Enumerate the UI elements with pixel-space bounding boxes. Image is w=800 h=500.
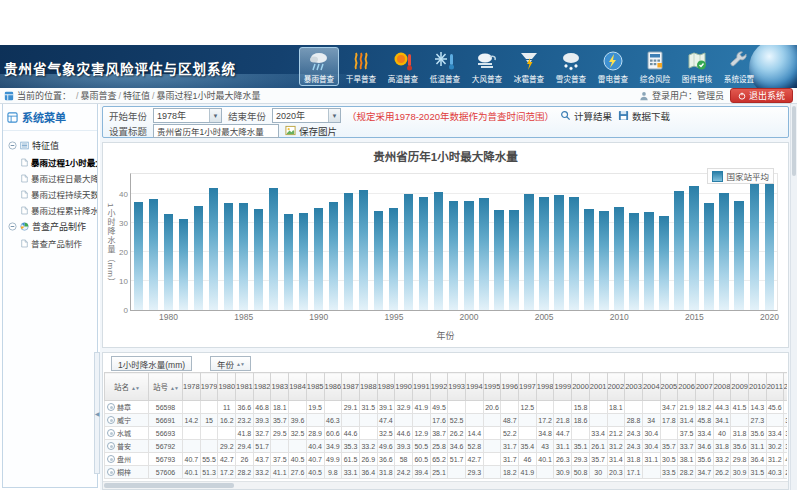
bar-2008[interactable] — [584, 209, 593, 310]
toolbar-item-大风普查[interactable]: 大风普查 — [467, 47, 507, 86]
bar-1990[interactable] — [314, 208, 323, 310]
col-header-year-2009[interactable]: 2009 — [731, 373, 749, 401]
col-header-year-1989[interactable]: 1989 — [377, 373, 395, 401]
row-radio[interactable] — [107, 403, 115, 411]
col-header-year-2002[interactable]: 2002 — [607, 373, 625, 401]
bar-2017[interactable] — [719, 193, 728, 310]
bar-2010[interactable] — [614, 207, 623, 310]
bar-2000[interactable] — [464, 201, 473, 310]
bar-1981[interactable] — [179, 219, 188, 310]
col-header-year-1996[interactable]: 1996 — [501, 373, 519, 401]
station-name-cell[interactable]: 赫章 — [105, 401, 149, 414]
unit-button[interactable]: 1小时降水量(mm) — [111, 356, 192, 371]
col-header-year-1985[interactable]: 1985 — [306, 373, 324, 401]
col-header-year-1992[interactable]: 1992 — [430, 373, 448, 401]
toolbar-item-雪灾普查[interactable]: 雪灾普查 — [551, 47, 591, 86]
col-header-year-1979[interactable]: 1979 — [200, 373, 218, 401]
col-header-year-2008[interactable]: 2008 — [713, 373, 731, 401]
bar-1988[interactable] — [284, 214, 293, 310]
col-header-year-2003[interactable]: 2003 — [625, 373, 643, 401]
compute-result-button[interactable]: 计算结果 — [560, 109, 612, 123]
bar-2020[interactable] — [765, 183, 774, 310]
col-header-year-1998[interactable]: 1998 — [536, 373, 554, 401]
col-header-year-1983[interactable]: 1983 — [271, 373, 289, 401]
sidebar-item-暴雨过程持续天数[interactable]: 暴雨过程持续天数 — [5, 186, 97, 202]
bar-2014[interactable] — [674, 191, 683, 310]
end-year-select[interactable]: 2020年 ▼ — [272, 108, 341, 123]
station-name-cell[interactable]: 普安 — [105, 440, 149, 453]
bar-1984[interactable] — [224, 203, 233, 310]
bar-1996[interactable] — [404, 194, 413, 310]
bar-1985[interactable] — [239, 203, 248, 310]
start-year-select[interactable]: 1978年 ▼ — [153, 108, 222, 123]
toolbar-item-高温普查[interactable]: 高温普查 — [383, 47, 423, 86]
row-radio[interactable] — [107, 429, 115, 437]
col-header-year-2001[interactable]: 2001 — [589, 373, 607, 401]
station-name-cell[interactable]: 桐梓 — [105, 466, 149, 479]
bar-2018[interactable] — [734, 201, 743, 310]
bar-2009[interactable] — [599, 211, 608, 310]
bar-1999[interactable] — [449, 201, 458, 310]
col-header-year-2011[interactable]: 2011 — [766, 373, 783, 401]
bar-1995[interactable] — [389, 208, 398, 310]
bar-1987[interactable] — [269, 188, 278, 310]
toolbar-item-综合风险[interactable]: 综合风险 — [635, 47, 675, 86]
toolbar-item-低温普查[interactable]: 低温普查 — [425, 47, 465, 86]
col-header-year-1988[interactable]: 1988 — [359, 373, 377, 401]
col-header-year-1981[interactable]: 1981 — [236, 373, 254, 401]
bar-2007[interactable] — [569, 197, 578, 310]
col-header-year-2004[interactable]: 2004 — [642, 373, 660, 401]
station-name-cell[interactable]: 水城 — [105, 427, 149, 440]
bar-1986[interactable] — [254, 209, 263, 310]
sidebar-item-普查产品制作[interactable]: 普查产品制作 — [5, 235, 97, 251]
bar-2005[interactable] — [539, 197, 548, 310]
bar-2004[interactable] — [524, 194, 533, 310]
col-header-year-2007[interactable]: 2007 — [695, 373, 713, 401]
sidebar-item-暴雨过程日最大降水量[interactable]: 暴雨过程日最大降水量 — [5, 170, 97, 186]
bar-1982[interactable] — [194, 206, 203, 310]
col-header-year-2005[interactable]: 2005 — [660, 373, 678, 401]
station-name-cell[interactable]: 威宁 — [105, 414, 149, 427]
bar-1994[interactable] — [374, 211, 383, 310]
horizontal-scrollbar[interactable] — [103, 481, 788, 489]
bar-1983[interactable] — [209, 188, 218, 310]
col-header-year-1994[interactable]: 1994 — [466, 373, 484, 401]
bar-1998[interactable] — [434, 192, 443, 310]
bar-1989[interactable] — [299, 213, 308, 310]
col-header-year-1980[interactable]: 1980 — [218, 373, 236, 401]
scrollbar-thumb[interactable] — [792, 106, 796, 176]
col-header-year-2000[interactable]: 2000 — [572, 373, 590, 401]
bar-1991[interactable] — [329, 202, 338, 310]
col-header-year-2006[interactable]: 2006 — [678, 373, 696, 401]
year-sort-button[interactable]: 年份 ▲▼ — [210, 356, 251, 371]
col-header-year-1984[interactable]: 1984 — [289, 373, 307, 401]
col-header-year-1990[interactable]: 1990 — [395, 373, 413, 401]
col-header-year-1997[interactable]: 1997 — [519, 373, 537, 401]
sidebar-group-特征值[interactable]: 特征值 — [5, 137, 97, 154]
col-header-station-id[interactable]: 站号 ▲▼ — [149, 373, 183, 401]
breadcrumb-link[interactable]: 暴雨过程1小时最大降水量 — [157, 91, 261, 101]
col-header-year-1995[interactable]: 1995 — [483, 373, 501, 401]
bar-2012[interactable] — [644, 212, 653, 310]
toolbar-item-图件审核[interactable]: 图件审核 — [677, 47, 717, 86]
bar-2002[interactable] — [494, 210, 503, 310]
bar-1980[interactable] — [164, 214, 173, 310]
row-radio[interactable] — [107, 442, 115, 450]
col-header-year-1982[interactable]: 1982 — [253, 373, 271, 401]
table-collapse-handle[interactable]: ◀ — [94, 352, 100, 474]
vertical-scrollbar[interactable] — [790, 104, 797, 490]
toolbar-item-雷电普查[interactable]: 雷电普查 — [593, 47, 633, 86]
sidebar-group-普查产品制作[interactable]: 普查产品制作 — [5, 218, 97, 235]
col-header-year-1987[interactable]: 1987 — [342, 373, 360, 401]
bar-2001[interactable] — [479, 198, 488, 310]
toolbar-item-干旱普查[interactable]: 干旱普查 — [341, 47, 381, 86]
col-header-station-name[interactable]: 站名 ▲▼ — [105, 373, 149, 401]
breadcrumb-link[interactable]: 特征值 — [123, 91, 150, 101]
sidebar-item-暴雨过程1小时最大降水量[interactable]: 暴雨过程1小时最大降水量 — [5, 154, 97, 170]
col-header-year-1991[interactable]: 1991 — [412, 373, 430, 401]
col-header-year-2012[interactable]: 2012 — [783, 373, 787, 401]
bar-1992[interactable] — [344, 193, 353, 310]
bar-2013[interactable] — [659, 216, 668, 310]
bar-2016[interactable] — [704, 203, 713, 310]
row-radio[interactable] — [107, 468, 115, 476]
